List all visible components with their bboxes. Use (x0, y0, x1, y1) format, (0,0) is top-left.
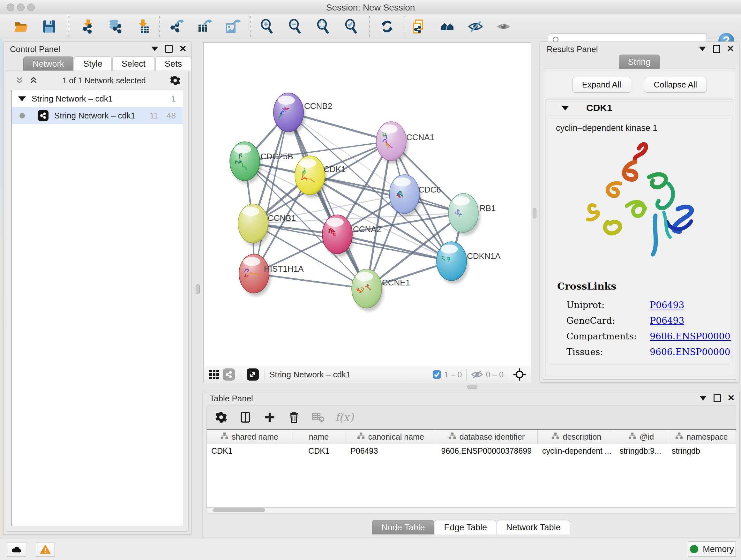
node-HIST1H1A[interactable] (239, 254, 271, 296)
import-table-button[interactable] (135, 18, 151, 35)
tab-network[interactable]: Network (23, 57, 73, 71)
edge-CCNB2-HIST1H1A[interactable] (254, 112, 288, 273)
collapse-all-networks-icon[interactable] (15, 76, 24, 85)
edge-CCNA2-CDKN1A[interactable] (337, 234, 452, 261)
table-row[interactable]: CDK1CDK1P064939606.ENSP00000378699cyclin… (207, 444, 736, 457)
node-CDC6[interactable] (389, 175, 421, 217)
tab-style[interactable]: Style (74, 57, 112, 71)
export-image-button[interactable] (225, 18, 241, 35)
column-type-icon (675, 432, 683, 442)
results-panel-close-button[interactable]: ✕ (727, 45, 734, 53)
toolbar-separator (250, 16, 251, 37)
gene-collapse-icon[interactable] (561, 106, 569, 111)
window-title: Session: New Session (0, 3, 741, 13)
node-CCNB1[interactable] (238, 204, 270, 246)
node-CCNE1[interactable] (352, 269, 384, 311)
table-panel-maximize-button[interactable] (713, 394, 721, 402)
expand-all-button[interactable]: Expand All (572, 77, 631, 92)
tab-edge-table[interactable]: Edge Table (434, 520, 496, 535)
import-network-database-button[interactable] (107, 18, 124, 35)
string-view-button[interactable] (221, 367, 236, 382)
save-session-button[interactable] (41, 18, 57, 35)
open-in-window-button[interactable] (246, 367, 260, 382)
table-horizontal-scrollbar[interactable] (206, 507, 736, 514)
network-row[interactable]: String Network – cdk1 11 48 (12, 107, 183, 124)
apply-layout-button[interactable] (379, 18, 395, 35)
control-panel-maximize-button[interactable] (165, 45, 173, 53)
tab-sets[interactable]: Sets (155, 57, 191, 71)
node-CCNB2[interactable] (273, 93, 306, 135)
open-session-button[interactable] (13, 18, 29, 35)
tab-string[interactable]: String (619, 55, 660, 69)
column-header--id[interactable]: @id (615, 430, 667, 444)
results-panel-maximize-button[interactable] (713, 45, 720, 53)
control-panel-close-button[interactable]: ✕ (179, 45, 187, 53)
memory-button[interactable]: Memory (688, 542, 736, 557)
network-collection-row[interactable]: String Network – cdk1 1 (12, 90, 183, 107)
left-splitter-grip[interactable] (196, 284, 200, 294)
cytoscape-window: Session: New Session ? Control Panel (0, 0, 741, 560)
crosslink-link[interactable]: P06493 (650, 362, 684, 363)
export-network-button[interactable] (169, 18, 185, 35)
copy-network-button[interactable] (411, 18, 428, 35)
create-column-plus-icon[interactable] (262, 410, 277, 425)
zoom-fit-button[interactable] (315, 18, 332, 35)
node-RB1[interactable] (448, 193, 480, 236)
zoom-selected-button[interactable] (343, 18, 360, 35)
column-type-icon (551, 432, 559, 442)
crosslink-row: Pharos:P06493 (566, 362, 731, 363)
hide-graphics-details-button[interactable] (467, 18, 484, 35)
collection-collapse-icon[interactable] (18, 97, 26, 101)
show-columns-icon[interactable] (238, 410, 253, 425)
fit-selected-crosshair-icon[interactable] (513, 368, 526, 381)
expand-collapse-box: Expand All Collapse All (545, 71, 734, 98)
expand-all-networks-icon[interactable] (29, 76, 38, 85)
network-selection-status: 1 of 1 Network selected (38, 76, 170, 85)
selected-checkbox-icon[interactable] (432, 370, 442, 379)
collapse-all-button[interactable]: Collapse All (644, 77, 707, 92)
edge-HIST1H1A-CCNE1[interactable] (254, 273, 367, 289)
column-header-name[interactable]: name (292, 430, 346, 444)
column-header-namespace[interactable]: namespace (667, 430, 736, 444)
crosslink-link[interactable]: P06493 (650, 315, 684, 326)
crosslink-link[interactable]: 9606.ENSP00000378699 (650, 331, 731, 341)
table-options-gear-icon[interactable] (214, 410, 228, 425)
network-options-gear-icon[interactable] (170, 75, 181, 86)
results-panel-float-button[interactable] (698, 45, 706, 53)
import-network-file-button[interactable] (79, 18, 95, 35)
crosslink-label: Compartments: (566, 331, 650, 342)
network-canvas[interactable]: CCNB2CCNA1CDC25BCDK1CDC6RB1CCNB1CCNA2CDK… (203, 43, 531, 366)
column-type-icon (448, 432, 456, 442)
delete-column-trash-icon[interactable] (286, 410, 301, 425)
node-CDK1[interactable] (295, 156, 327, 198)
birds-eye-view-button[interactable] (207, 367, 221, 382)
column-header-database-identifier[interactable]: database identifier (435, 430, 538, 444)
column-header-shared-name[interactable]: shared name (207, 430, 292, 444)
column-header-description[interactable]: description (538, 430, 615, 444)
export-network-icon (169, 19, 185, 34)
import-database-icon (108, 19, 123, 34)
zoom-out-button[interactable] (287, 18, 304, 35)
node-CDKN1A[interactable] (436, 242, 468, 284)
node-CCNA2[interactable] (322, 215, 354, 257)
right-splitter-grip[interactable] (533, 208, 536, 219)
show-graphics-details-button[interactable] (495, 18, 512, 35)
tab-node-table[interactable]: Node Table (372, 520, 434, 535)
column-header-canonical-name[interactable]: canonical name (346, 430, 435, 444)
crosslink-link[interactable]: 9606.ENSP00000378699 (650, 347, 731, 357)
horizontal-splitter-grip[interactable] (467, 385, 477, 389)
export-table-button[interactable] (197, 18, 213, 35)
tab-select[interactable]: Select (112, 57, 155, 71)
control-panel-float-button[interactable] (151, 45, 158, 53)
network-tree: String Network – cdk1 1 String Network –… (11, 90, 183, 526)
cloud-button[interactable] (7, 542, 26, 557)
crosslink-link[interactable]: P06493 (650, 300, 684, 310)
function-builder-icon: f(x) (335, 411, 354, 424)
warnings-button[interactable] (36, 542, 55, 557)
tab-network-table[interactable]: Network Table (497, 520, 570, 535)
edge-CCNB2-CCNE1[interactable] (288, 112, 367, 289)
table-panel-close-button[interactable]: ✕ (727, 394, 735, 402)
zoom-in-button[interactable] (259, 18, 275, 35)
table-panel-float-button[interactable] (699, 394, 707, 402)
first-neighbors-button[interactable] (439, 18, 456, 35)
